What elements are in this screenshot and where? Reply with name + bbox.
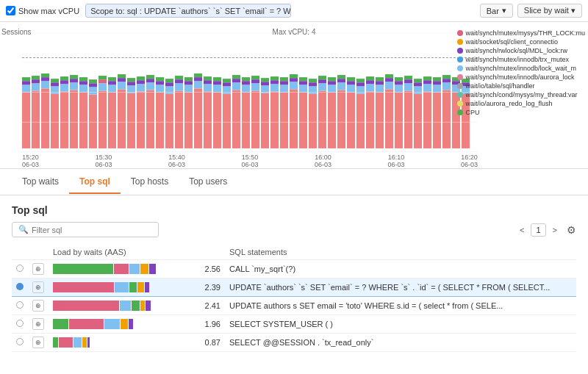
filter-row: 🔍 < 1 > ⚙ [12, 222, 576, 237]
radio-button[interactable] [16, 320, 24, 327]
svg-rect-53 [146, 82, 154, 90]
legend-color-2 [457, 48, 463, 54]
svg-rect-65 [175, 83, 183, 90]
row-radio[interactable] [12, 334, 28, 352]
show-max-vcpu-checkbox[interactable]: Show max vCPU [6, 6, 79, 15]
svg-rect-51 [137, 76, 145, 80]
svg-rect-54 [146, 79, 154, 82]
radio-button[interactable] [16, 301, 24, 309]
svg-rect-42 [118, 78, 126, 82]
svg-rect-162 [404, 79, 412, 83]
legend-color-1 [457, 39, 463, 45]
row-radio[interactable] [12, 315, 28, 334]
svg-rect-112 [290, 89, 298, 148]
svg-rect-64 [175, 90, 183, 148]
row-action[interactable]: ⊕ [28, 297, 49, 315]
svg-rect-69 [184, 84, 193, 92]
svg-rect-169 [423, 84, 431, 91]
legend-label-0: wait/synch/mutex/mysys/THR_LOCK:mu [465, 29, 585, 37]
svg-rect-6 [32, 79, 40, 83]
bar-segment [87, 337, 90, 348]
bar-segment [74, 337, 82, 348]
row-bar [49, 278, 196, 297]
row-action[interactable]: ⊕ [28, 315, 49, 334]
action-icon[interactable]: ⊕ [32, 318, 44, 330]
svg-rect-77 [204, 84, 212, 91]
row-action[interactable]: ⊕ [28, 334, 49, 352]
svg-rect-18 [60, 80, 68, 84]
row-bar [49, 297, 196, 315]
row-sql[interactable]: SELECT @@SESSION . `tx_read_only` [225, 334, 576, 352]
table-row[interactable]: ⊕1.96SELECT SYSTEM_USER ( ) [12, 315, 576, 334]
action-icon[interactable]: ⊕ [32, 300, 44, 312]
prev-page-button[interactable]: < [516, 224, 528, 236]
radio-button[interactable] [16, 338, 24, 345]
tab-top-users[interactable]: Top users [179, 170, 237, 194]
tab-top-sql-label: Top sql [79, 176, 110, 187]
legend-color-0 [457, 30, 463, 36]
filter-input-wrapper[interactable]: 🔍 [12, 222, 159, 237]
row-radio[interactable] [12, 278, 28, 297]
table-row[interactable]: ⊕2.39UPDATE `authors` `s` SET `email` = … [12, 278, 576, 297]
svg-rect-152 [385, 89, 393, 148]
svg-rect-177 [442, 82, 451, 90]
bar-segment [53, 301, 119, 311]
row-sql[interactable]: CALL `my_sqrt`(?) [225, 260, 576, 278]
row-sql[interactable]: UPDATE authors s SET email = 'toto' WHER… [225, 297, 576, 315]
row-bar [49, 260, 196, 278]
max-vcpu-toggle[interactable] [6, 6, 15, 15]
svg-rect-131 [328, 77, 336, 81]
chart-type-dropdown[interactable]: Bar ▾ [480, 4, 513, 18]
svg-rect-47 [127, 78, 135, 82]
svg-rect-61 [165, 86, 173, 93]
svg-rect-11 [41, 73, 49, 77]
svg-rect-56 [156, 93, 164, 148]
table-row[interactable]: ⊕0.87SELECT @@SESSION . `tx_read_only` [12, 334, 576, 352]
radio-button[interactable] [16, 283, 24, 290]
svg-rect-94 [242, 81, 250, 84]
row-value: 2.56 [196, 260, 225, 278]
next-page-button[interactable]: > [549, 224, 561, 236]
action-icon[interactable]: ⊕ [32, 337, 44, 348]
table-settings-button[interactable]: ⚙ [567, 224, 576, 236]
row-action[interactable]: ⊕ [28, 260, 49, 278]
table-row[interactable]: ⊕2.56CALL `my_sqrt`(?) [12, 260, 576, 278]
tab-top-waits[interactable]: Top waits [12, 170, 69, 194]
tab-top-sql[interactable]: Top sql [69, 170, 121, 194]
svg-rect-142 [356, 82, 365, 86]
svg-rect-143 [356, 79, 365, 82]
row-sql[interactable]: UPDATE `authors` `s` SET `email` = ? WHE… [225, 278, 576, 297]
action-icon[interactable]: ⊕ [32, 281, 44, 293]
bar-segment [69, 319, 104, 329]
row-action[interactable]: ⊕ [28, 278, 49, 297]
slice-by-dropdown[interactable]: Slice by wait ▾ [517, 4, 582, 18]
svg-rect-170 [423, 80, 431, 84]
svg-rect-79 [204, 76, 212, 80]
table-row[interactable]: ⊕2.41UPDATE authors s SET email = 'toto'… [12, 297, 576, 315]
svg-rect-14 [51, 82, 59, 86]
row-radio[interactable] [12, 297, 28, 315]
scope-filter-tag[interactable]: Scope to: sql : UPDATE `authors` `s` SET… [85, 4, 291, 18]
svg-rect-22 [70, 79, 78, 82]
tab-top-hosts[interactable]: Top hosts [121, 170, 179, 194]
svg-rect-23 [70, 75, 78, 79]
radio-button[interactable] [16, 265, 24, 272]
chart-area: Sessions Max vCPU: 4 /* bars generated b… [0, 22, 588, 169]
svg-rect-119 [299, 77, 307, 81]
svg-rect-9 [41, 81, 49, 88]
sql-filter-input[interactable] [32, 226, 152, 234]
bar-segment [129, 282, 137, 292]
legend-label-6: wait/io/table/sql/handler [465, 82, 534, 90]
svg-rect-161 [404, 83, 412, 90]
svg-rect-12 [51, 94, 59, 148]
page-number: 1 [531, 223, 545, 237]
svg-rect-136 [347, 93, 355, 148]
svg-rect-28 [89, 95, 97, 148]
svg-rect-130 [328, 81, 336, 84]
svg-rect-43 [118, 74, 126, 78]
row-radio[interactable] [12, 260, 28, 278]
svg-rect-172 [433, 93, 441, 148]
action-icon[interactable]: ⊕ [32, 263, 44, 275]
row-sql[interactable]: SELECT SYSTEM_USER ( ) [225, 315, 576, 334]
svg-rect-116 [299, 93, 307, 148]
